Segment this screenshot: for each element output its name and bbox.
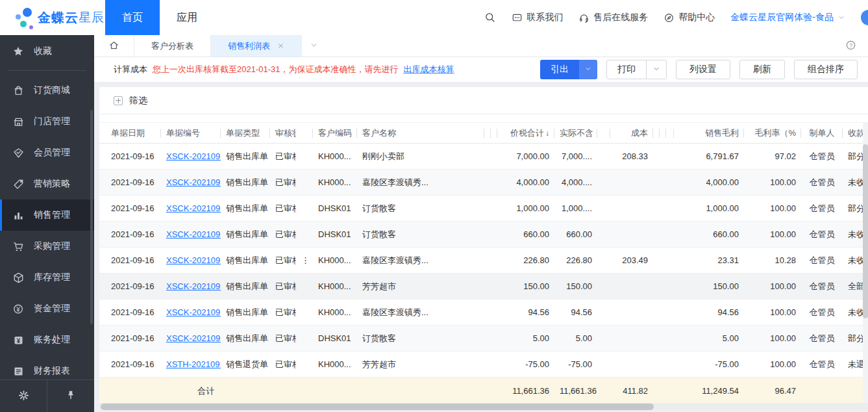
home-tab-button[interactable] [94,35,134,57]
print-button[interactable]: 打印 [607,64,646,75]
nav-tab-apps[interactable]: 应用 [160,0,214,35]
cell-sp2 [491,248,497,274]
cell-tax: 1,000.00 [497,196,554,222]
column-settings-button[interactable]: 列设置 [676,60,730,79]
column-header-no[interactable]: 单据编号 [161,123,221,144]
cell-name: 刚刚小卖部 [357,144,484,170]
column-header-sp2[interactable] [491,123,497,144]
cost-notice: 计算成本 您上一次出库核算截至2021-01-31，为保证成本准确性，请先进行 … [114,64,454,75]
app-logo[interactable]: 金蝶云 星辰 [0,0,97,35]
export-button[interactable]: 引出 [540,60,579,79]
global-search-button[interactable] [484,12,496,23]
column-header-name[interactable]: 客户名称 [357,123,484,144]
combo-sort-button[interactable]: 组合排序 [794,60,858,79]
cell-sp5 [660,326,666,352]
page-tabbar: 客户分析表 销售利润表 ? [94,35,868,57]
user-avatar[interactable] [861,10,868,25]
sidebar-scrollbar[interactable] [90,110,93,324]
cell-name: 芳芳超市 [357,352,484,378]
sidebar-footer [0,380,94,412]
cell-sp1 [484,352,491,378]
vertical-scrollbar-thumb[interactable] [863,144,868,318]
sidebar-item-ledger[interactable]: 账务处理 [0,324,94,355]
sidebar-item-bag[interactable]: 订货商城 [0,75,94,106]
sidebar-item-label: 库存管理 [34,272,70,283]
document-number-link[interactable]: XSCK-20210916 [166,177,221,187]
sidebar-item-tag[interactable]: 营销策略 [0,168,94,200]
cell-sp1 [484,326,491,352]
export-dropdown-button[interactable] [579,60,597,79]
column-header-sp6[interactable] [666,123,674,144]
cell-status: 已审核 [270,300,296,326]
tab-sales-profit-report[interactable]: 销售利润表 [211,35,302,57]
column-header-status[interactable]: 审核状态 [270,123,296,144]
pin-sidebar-button[interactable] [47,380,94,412]
help-center-button[interactable]: 帮助中心 [663,12,715,23]
cell-profit: 94.56 [674,300,744,326]
bag-icon [12,84,25,97]
refresh-button[interactable]: 刷新 [739,60,785,79]
cell-profit: 5.00 [674,326,744,352]
print-dropdown-button[interactable] [647,65,666,75]
sidebar-item-box[interactable]: 库存管理 [0,262,94,293]
close-tab-icon[interactable] [277,42,285,50]
nav-tab-home[interactable]: 首页 [105,0,160,35]
document-number-link[interactable]: XSCK-20210916 [166,255,221,265]
cell-profit: 150.00 [674,274,744,300]
sidebar-item-favorites[interactable]: 收藏 [0,35,94,68]
coin-icon [12,303,25,315]
settings-button[interactable] [0,380,47,412]
tab-list-dropdown[interactable] [302,35,325,57]
column-header-code[interactable]: 客户编码 [313,123,357,144]
column-header-type[interactable]: 单据类型 [221,123,270,144]
horizontal-scrollbar-thumb[interactable] [101,404,654,410]
column-header-sp1[interactable] [484,123,491,144]
column-header-date[interactable]: 单据日期 [99,123,161,144]
sidebar-item-chart[interactable]: 销售管理 [0,200,94,231]
cell-dots [296,326,313,352]
column-header-creator[interactable]: 制单人 [801,123,843,144]
column-header-margin[interactable]: 毛利率（% [744,123,801,144]
column-header-sp3[interactable] [597,123,610,144]
table-row: 2021-09-16XSCK-20210916销售出库单已审核DHSK01订货散… [99,196,863,222]
help-center-label: 帮助中心 [678,12,715,23]
account-switcher[interactable]: 金蝶云星辰官网体验-食品 [730,12,845,23]
sidebar-item-store[interactable]: 门店管理 [0,106,94,137]
document-number-link[interactable]: XSCK-20210916 [166,151,221,161]
cell-sp4 [653,300,660,326]
contact-us-button[interactable]: 联系我们 [512,12,563,23]
after-sales-service-button[interactable]: 售后在线服务 [578,12,648,23]
total-cell-sp5 [660,378,666,404]
tab-customer-analysis[interactable]: 客户分析表 [134,35,211,57]
cell-margin: 100.00 [744,326,801,352]
cell-sp2 [491,170,497,196]
cell-name: 芳芳超市 [357,274,484,300]
chevron-down-icon [837,14,845,21]
document-number-link[interactable]: XSCK-20210916 [166,203,221,213]
sidebar-item-coin[interactable]: 资金管理 [0,293,94,324]
document-number-link[interactable]: XSTH-20210916 [166,359,221,369]
sidebar-item-report[interactable]: 财务报表 [0,355,94,380]
page-help-button[interactable]: ? [845,35,868,57]
document-number-link[interactable]: XSCK-20210916 [166,333,221,343]
document-number-link[interactable]: XSCK-20210916 [166,281,221,291]
cell-tax: 660.00 [497,222,554,248]
column-header-cost[interactable]: 成本 [610,123,653,144]
toolbar-buttons: 引出 打印 列设置 刷新 组合排序 [540,60,858,79]
sidebar-item-member[interactable]: 会员管理 [0,137,94,168]
filter-expander[interactable]: 筛选 [99,87,868,114]
document-number-link[interactable]: XSCK-20210916 [166,229,221,239]
column-header-dots[interactable] [296,123,313,144]
sidebar-item-cart[interactable]: 采购管理 [0,231,94,262]
column-header-profit[interactable]: 销售毛利 [674,123,744,144]
column-header-sp4[interactable] [653,123,660,144]
column-header-tax[interactable]: 价税合计↓ [497,123,554,144]
cost-accounting-link[interactable]: 出库成本核算 [404,64,454,75]
column-header-excl[interactable]: 实际不含 [554,123,597,144]
cell-cost [610,326,653,352]
document-number-link[interactable]: XSCK-20210916 [166,307,221,317]
member-icon [12,147,25,159]
column-header-sp5[interactable] [660,123,666,144]
column-header-receipt[interactable]: 收款状态 [843,123,863,144]
cell-type: 销售出库单 [221,300,270,326]
